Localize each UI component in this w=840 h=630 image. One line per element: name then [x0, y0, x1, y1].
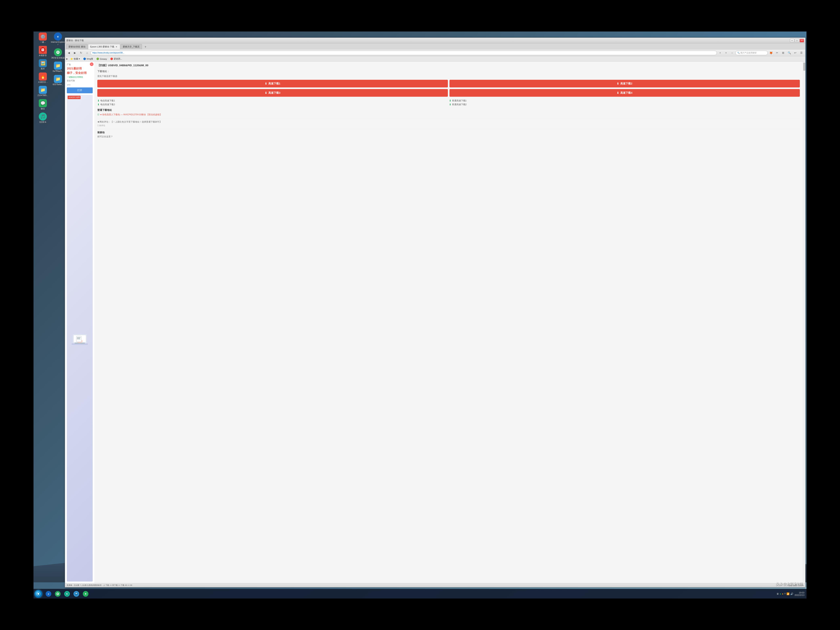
volume-icon: 🔊	[790, 592, 793, 595]
sidebar-toggle[interactable]: ▶	[66, 58, 68, 60]
network-icon: 🖥	[777, 592, 779, 595]
grid-icon[interactable]: ⊞	[781, 51, 786, 55]
tab-1[interactable]: Epson L383 爱驱动 下载 ✕	[88, 44, 120, 49]
home-button[interactable]: ⌂	[84, 51, 90, 55]
dl-link-icon-4: ⬇	[449, 103, 451, 106]
taskbar: e K	[33, 589, 806, 598]
taskbar-app-360[interactable]	[53, 590, 62, 598]
bookmark-greasy[interactable]: 🟢 Greasy	[96, 57, 107, 61]
refresh-button[interactable]: ↻	[78, 51, 84, 55]
tab-close-1[interactable]: ✕	[115, 46, 118, 48]
download-button-2[interactable]: ⬇ 高速下载2	[450, 80, 800, 87]
download-icon-4: ⬇	[617, 91, 619, 95]
desktop-icon-yijian[interactable]: ⚙️ 一键...	[36, 33, 50, 43]
browser-tabs: 爱驱动/浏览 驱动 Epson L383 爱驱动 下载 ✕ 爱驱天空_下载页 +	[65, 43, 805, 49]
history-icon[interactable]: ↩	[793, 51, 798, 55]
comment-count: 1 条评论	[97, 124, 800, 127]
svg-text:●: ●	[85, 592, 87, 595]
download-icon-3: ⬇	[265, 91, 267, 95]
scrollbar-thumb[interactable]	[803, 63, 805, 71]
start-orb	[35, 590, 42, 598]
tab-2[interactable]: 爱驱天空_下载页	[120, 44, 142, 49]
desktop-icon-gallery[interactable]: 🖼️ 图库	[36, 59, 50, 70]
download-section-label: 下载地址：	[97, 69, 800, 73]
dl-link-2[interactable]: ⬇ 电信高速下载2	[97, 103, 448, 106]
taskbar-app-k[interactable]: K	[63, 590, 71, 598]
dl-link-3[interactable]: ⬇ 联通高速下载1	[449, 99, 800, 102]
desktop-icon-360[interactable]: 360 360安全浏览器	[51, 48, 65, 59]
new-tab-button[interactable]: +	[143, 44, 148, 49]
add-bookmark[interactable]: +	[723, 51, 729, 55]
tools-icon[interactable]: ✂	[775, 51, 780, 55]
back-button[interactable]: ◀	[66, 51, 71, 55]
svg-text:e: e	[48, 593, 49, 595]
desktop-icon-folder2[interactable]: 📁 0a7ff4ac9...	[51, 62, 65, 73]
dl-link-1[interactable]: ⬇ 电信高速下载1	[97, 99, 448, 102]
download-icon-2: ⬇	[617, 82, 619, 85]
install-section: 装驱动 就可以在这里？	[97, 129, 800, 138]
tray-icons: 🖥 ● ● ⠿ 📶 🔊	[777, 592, 793, 595]
tray-icons-more: ⠿	[784, 593, 786, 595]
tab-0[interactable]: 爱驱动/浏览 驱动	[66, 44, 87, 49]
ad-subtitle: 一键畅游全球网络	[67, 76, 93, 79]
dl-link-4[interactable]: ⬇ 联通高速下载2	[449, 103, 800, 106]
desktop-icon-ie[interactable]: e Internet Explorer	[51, 33, 65, 46]
taskbar-app-ie[interactable]: e	[44, 590, 53, 598]
clock-date: 2022/2/13	[794, 594, 804, 596]
search-icon[interactable]: 🔍	[787, 51, 792, 55]
tray-dot-orange: ●	[782, 592, 783, 595]
normal-dl-link[interactable]: ☑ ● 绿色迅雷人下载包 — NVICPID1270V10驱动 【双击此超链】	[97, 113, 800, 116]
bookmark-other[interactable]: 🔴 逻老西...	[109, 57, 123, 61]
download-hint: 需先下载迅雷下载器	[97, 75, 800, 78]
taskbar-app-green[interactable]: ●	[81, 590, 90, 598]
desktop-icon-qqmusic[interactable]: 🎵 QQ音乐	[36, 112, 50, 123]
download-button-1[interactable]: ⬇ 高速下载1	[97, 80, 448, 87]
taskbar-app-bird[interactable]	[72, 590, 81, 598]
svg-text:360: 360	[57, 52, 60, 54]
desktop-icon-folder1[interactable]: 📁 21047885...	[36, 86, 50, 97]
bookmark-favorites[interactable]: ⭐ 收藏 ▾	[69, 57, 81, 61]
normal-dl-title: 普通下载地址	[97, 109, 800, 112]
install-desc: 就可以在这里？	[97, 135, 800, 138]
download-button-3[interactable]: ⬇ 高速下载3	[97, 89, 448, 97]
maximize-button[interactable]: □	[795, 39, 799, 43]
search-bar[interactable]: 🔍 图片产品使用驱研	[736, 51, 768, 55]
desktop-icon-wechat[interactable]: 💬 微信	[36, 99, 50, 110]
bookmarks-bar: ▶ ⭐ 收藏 ▾ 🔵 bing搜 🟢 Greasy 🔴 逻老西...	[65, 56, 805, 62]
comment-hint: ★网友评论：【！上面红色文字里下载地址！选择普通下载则可】	[97, 120, 800, 123]
close-button[interactable]: ✕	[800, 39, 804, 43]
desktop-icon-fireguard[interactable]: 🔥 火绒安全...	[36, 73, 50, 84]
page-title: 【扫描】USBVID_04B8&PID_1120&MI_00	[97, 63, 800, 67]
comment-section: ★网友评论：【！上面红色文字里下载地址！选择普通下载则可】 1 条评论	[97, 118, 800, 127]
svg-rect-16	[77, 338, 80, 338]
dl-link-icon-2: ⬇	[97, 103, 99, 106]
install-note: 装驱动	[97, 131, 800, 134]
taskbar-tray: 🖥 ● ● ⠿ 📶 🔊 19:03 2022/2/13	[777, 591, 806, 596]
svg-text:K: K	[66, 593, 68, 595]
menu-icon[interactable]: ☰	[799, 51, 804, 55]
taskbar-apps: e K	[43, 590, 91, 598]
page-main-content: 【扫描】USBVID_04B8&PID_1120&MI_00 下载地址： 需先下…	[94, 62, 803, 583]
forward-button[interactable]: ▶	[72, 51, 77, 55]
bookmark-bing[interactable]: 🔵 bing搜	[82, 57, 94, 61]
address-bar[interactable]: https://www.drvsky.com/epson/l38...	[90, 51, 717, 55]
statusbar-left: 亚洲城 · 立以量 ? 上以面 位显然的图形标语 · 上 下载 ×× 和下载 ×…	[66, 584, 786, 587]
minimize-button[interactable]: ─	[790, 39, 794, 43]
ad-close-button[interactable]: ×	[90, 62, 93, 66]
desktop-icon-yanshi[interactable]: TV 央视影音	[36, 46, 50, 57]
fox-icon[interactable]: 🦊	[769, 51, 774, 55]
desktop-icon-folder3[interactable]: 📁 60376e6e...	[51, 75, 65, 86]
ad-open-button[interactable]: 打开	[67, 87, 93, 93]
svg-text:e: e	[57, 35, 59, 38]
svg-rect-17	[77, 339, 81, 339]
start-button[interactable]	[33, 589, 43, 599]
scrollbar[interactable]	[803, 62, 805, 583]
clock-time: 19:03	[794, 591, 804, 594]
download-button-4[interactable]: ⬇ 高速下载4	[450, 89, 800, 97]
go-button[interactable]: →	[729, 51, 734, 55]
svg-point-24	[57, 593, 58, 594]
zoom-button[interactable]: ≡	[718, 51, 723, 55]
ad-title: 2021最好用	[67, 67, 93, 71]
download-icon-1: ⬇	[265, 82, 267, 85]
svg-point-19	[38, 593, 39, 595]
